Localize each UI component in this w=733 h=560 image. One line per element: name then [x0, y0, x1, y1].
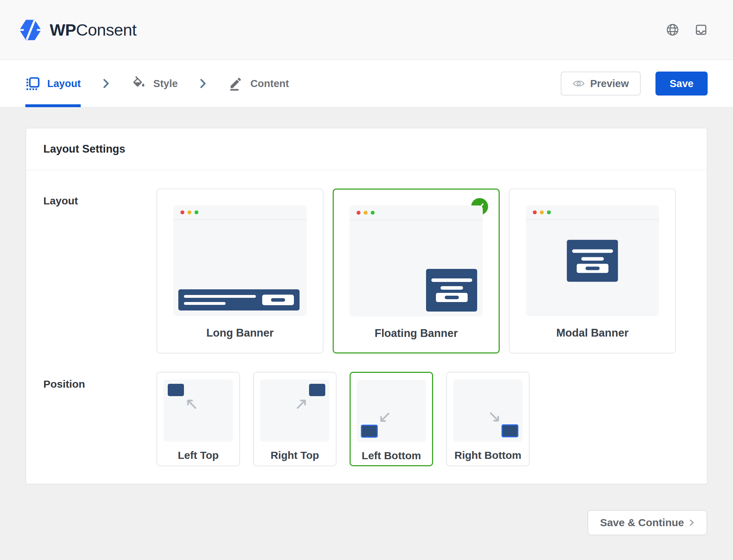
step-tabs: Layout Style Content: [25, 60, 289, 107]
yellow-dot-icon: [364, 211, 368, 215]
app-header: WPConsent: [0, 0, 733, 60]
tab-style-label: Style: [153, 78, 178, 90]
position-option-right-bottom[interactable]: Right Bottom: [446, 372, 530, 466]
position-option-label: Right Bottom: [455, 449, 522, 461]
arrow-up-left-icon: [185, 398, 198, 411]
tab-layout-label: Layout: [47, 78, 81, 90]
panel-body: Layout: [26, 170, 707, 484]
layout-settings-panel: Layout Settings Layout: [26, 128, 707, 484]
position-option-right-top[interactable]: Right Top: [253, 372, 337, 466]
tab-style[interactable]: Style: [131, 60, 178, 107]
layout-option-modal-banner[interactable]: Modal Banner: [509, 189, 676, 353]
position-thumbnail: [453, 380, 523, 442]
tab-content-label: Content: [250, 78, 289, 90]
panel-header: Layout Settings: [26, 128, 707, 170]
save-continue-button[interactable]: Save & Continue: [587, 510, 707, 535]
arrow-down-left-icon: [378, 411, 391, 424]
red-dot-icon: [357, 211, 361, 215]
preview-button[interactable]: Preview: [561, 72, 641, 96]
layout-option-floating-banner[interactable]: Floating Banner: [333, 189, 500, 353]
app-logo: WPConsent: [19, 18, 136, 42]
position-thumbnail: [260, 380, 329, 442]
brand-rest: Consent: [76, 20, 137, 39]
arrow-down-right-icon: [488, 411, 501, 423]
wpconsent-logo-icon: [19, 18, 42, 42]
chevron-right-icon: [102, 78, 110, 89]
globe-icon[interactable]: [666, 23, 679, 36]
position-option-label: Left Top: [178, 449, 218, 461]
layout-row: Layout: [43, 189, 690, 353]
browser-mockup: [526, 205, 659, 316]
browser-titlebar: [173, 205, 307, 220]
browser-mockup: [350, 205, 483, 316]
chevron-right-icon: [199, 78, 207, 89]
tabbar-actions: Preview Save: [561, 72, 708, 96]
banner-rect: [361, 425, 378, 438]
banner-rect: [168, 384, 184, 396]
layout-option-label: Floating Banner: [375, 327, 458, 340]
position-option-left-top[interactable]: Left Top: [156, 372, 240, 466]
inbox-icon[interactable]: [695, 23, 708, 36]
green-dot-icon: [547, 210, 551, 214]
green-dot-icon: [371, 211, 375, 215]
layout-option-label: Modal Banner: [556, 327, 629, 339]
banner-rect: [309, 384, 325, 396]
save-button-label: Save: [670, 78, 694, 90]
browser-mockup: [173, 205, 307, 316]
header-icons: [666, 23, 708, 36]
position-option-label: Right Top: [271, 449, 319, 461]
main-content: Layout Settings Layout: [0, 107, 733, 535]
banner-rect: [501, 424, 518, 437]
long-banner-illustration: [178, 289, 300, 310]
position-thumbnail: [164, 380, 233, 442]
layout-row-label: Layout: [43, 189, 156, 353]
position-option-left-bottom[interactable]: Left Bottom: [350, 372, 433, 466]
arrow-up-right-icon: [295, 398, 308, 411]
panel-title: Layout Settings: [43, 143, 690, 155]
eye-icon: [573, 79, 585, 88]
layout-option-long-banner[interactable]: Long Banner: [156, 189, 324, 353]
red-dot-icon: [180, 210, 184, 214]
tab-layout[interactable]: Layout: [25, 60, 81, 107]
position-row-label: Position: [43, 372, 156, 466]
app-title: WPConsent: [50, 20, 136, 39]
browser-titlebar: [350, 205, 483, 220]
position-row: Position Left Top: [43, 372, 690, 466]
position-thumbnail: [357, 380, 426, 442]
position-options: Left Top Right Top: [156, 372, 530, 466]
browser-titlebar: [526, 205, 659, 220]
floating-banner-illustration: [426, 269, 477, 312]
style-tab-icon: [131, 76, 146, 91]
red-dot-icon: [533, 210, 537, 214]
chevron-right-icon: [689, 518, 695, 527]
layout-tab-icon: [25, 76, 40, 91]
layout-option-label: Long Banner: [206, 327, 273, 339]
footer-actions: Save & Continue: [26, 510, 707, 535]
green-dot-icon: [195, 210, 198, 214]
layout-options: Long Banner: [156, 189, 676, 353]
content-tab-icon: [228, 76, 243, 91]
tab-content[interactable]: Content: [228, 60, 289, 107]
settings-tabbar: Layout Style Content Preview Save: [0, 60, 733, 107]
position-option-label: Left Bottom: [362, 450, 421, 462]
yellow-dot-icon: [187, 210, 191, 214]
preview-button-label: Preview: [590, 78, 629, 90]
save-button[interactable]: Save: [655, 72, 708, 96]
modal-banner-illustration: [567, 240, 618, 282]
yellow-dot-icon: [540, 210, 544, 214]
brand-bold: WP: [50, 20, 76, 39]
save-continue-label: Save & Continue: [600, 517, 684, 529]
